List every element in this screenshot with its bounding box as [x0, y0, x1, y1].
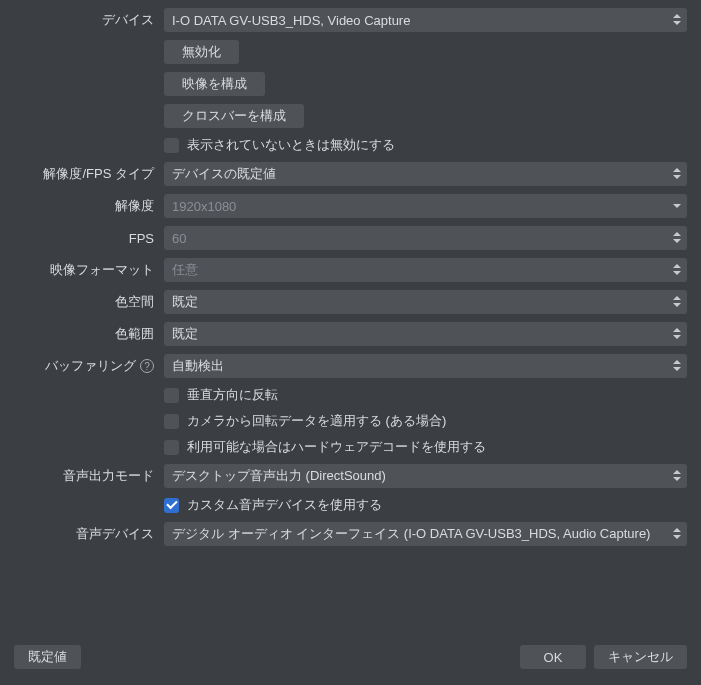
- chevron-updown-icon: [673, 470, 681, 482]
- color-range-label: 色範囲: [14, 325, 164, 343]
- audio-device-label: 音声デバイス: [14, 525, 164, 543]
- video-format-value: 任意: [172, 261, 661, 279]
- device-label: デバイス: [14, 11, 164, 29]
- fps-label: FPS: [14, 231, 164, 246]
- use-custom-audio-checkbox[interactable]: [164, 498, 179, 513]
- flip-vertical-checkbox[interactable]: [164, 388, 179, 403]
- chevron-down-icon: [673, 204, 681, 208]
- audio-out-mode-label: 音声出力モード: [14, 467, 164, 485]
- fps-select[interactable]: 60: [164, 226, 687, 250]
- chevron-updown-icon: [673, 360, 681, 372]
- resolution-label: 解像度: [14, 197, 164, 215]
- apply-rotation-label: カメラから回転データを適用する (ある場合): [187, 412, 446, 430]
- color-space-value: 既定: [172, 293, 661, 311]
- audio-device-value: デジタル オーディオ インターフェイス (I-O DATA GV-USB3_HD…: [172, 525, 661, 543]
- res-fps-type-label: 解像度/FPS タイプ: [14, 165, 164, 183]
- buffering-label: バッファリング: [14, 357, 164, 375]
- chevron-updown-icon: [673, 296, 681, 308]
- chevron-updown-icon: [673, 168, 681, 180]
- use-custom-audio-label: カスタム音声デバイスを使用する: [187, 496, 382, 514]
- defaults-button[interactable]: 既定値: [14, 645, 81, 669]
- color-range-value: 既定: [172, 325, 661, 343]
- configure-video-button[interactable]: 映像を構成: [164, 72, 265, 96]
- color-space-select[interactable]: 既定: [164, 290, 687, 314]
- resolution-select[interactable]: 1920x1080: [164, 194, 687, 218]
- disable-when-not-showing-checkbox[interactable]: [164, 138, 179, 153]
- video-format-label: 映像フォーマット: [14, 261, 164, 279]
- res-fps-type-value: デバイスの既定値: [172, 165, 661, 183]
- audio-out-mode-select[interactable]: デスクトップ音声出力 (DirectSound): [164, 464, 687, 488]
- video-format-select[interactable]: 任意: [164, 258, 687, 282]
- chevron-updown-icon: [673, 232, 681, 244]
- cancel-button[interactable]: キャンセル: [594, 645, 687, 669]
- chevron-updown-icon: [673, 264, 681, 276]
- flip-vertical-label: 垂直方向に反転: [187, 386, 278, 404]
- help-icon[interactable]: [140, 359, 154, 373]
- apply-rotation-checkbox[interactable]: [164, 414, 179, 429]
- use-hw-decode-checkbox[interactable]: [164, 440, 179, 455]
- deactivate-button[interactable]: 無効化: [164, 40, 239, 64]
- disable-when-not-showing-label: 表示されていないときは無効にする: [187, 136, 395, 154]
- audio-out-mode-value: デスクトップ音声出力 (DirectSound): [172, 467, 661, 485]
- device-select[interactable]: I-O DATA GV-USB3_HDS, Video Capture: [164, 8, 687, 32]
- chevron-updown-icon: [673, 528, 681, 540]
- color-range-select[interactable]: 既定: [164, 322, 687, 346]
- chevron-updown-icon: [673, 14, 681, 26]
- use-hw-decode-label: 利用可能な場合はハードウェアデコードを使用する: [187, 438, 486, 456]
- buffering-select[interactable]: 自動検出: [164, 354, 687, 378]
- chevron-updown-icon: [673, 328, 681, 340]
- device-value: I-O DATA GV-USB3_HDS, Video Capture: [172, 13, 661, 28]
- configure-crossbar-button[interactable]: クロスバーを構成: [164, 104, 304, 128]
- ok-button[interactable]: OK: [520, 645, 586, 669]
- audio-device-select[interactable]: デジタル オーディオ インターフェイス (I-O DATA GV-USB3_HD…: [164, 522, 687, 546]
- color-space-label: 色空間: [14, 293, 164, 311]
- fps-value: 60: [172, 231, 661, 246]
- resolution-value: 1920x1080: [172, 199, 661, 214]
- buffering-value: 自動検出: [172, 357, 661, 375]
- res-fps-type-select[interactable]: デバイスの既定値: [164, 162, 687, 186]
